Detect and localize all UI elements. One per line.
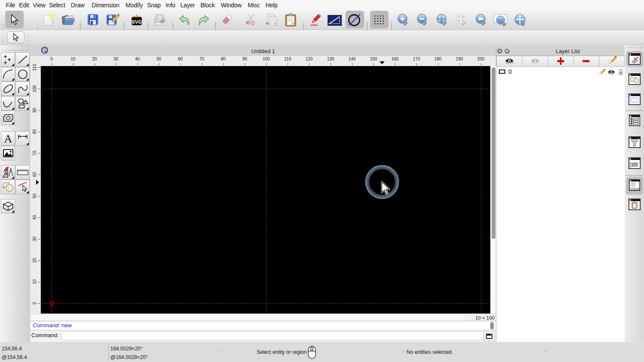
svg-text:SVG: SVG: [131, 19, 142, 24]
svg-text:C command: C command: [631, 188, 639, 190]
svg-text:A: A: [4, 133, 12, 144]
